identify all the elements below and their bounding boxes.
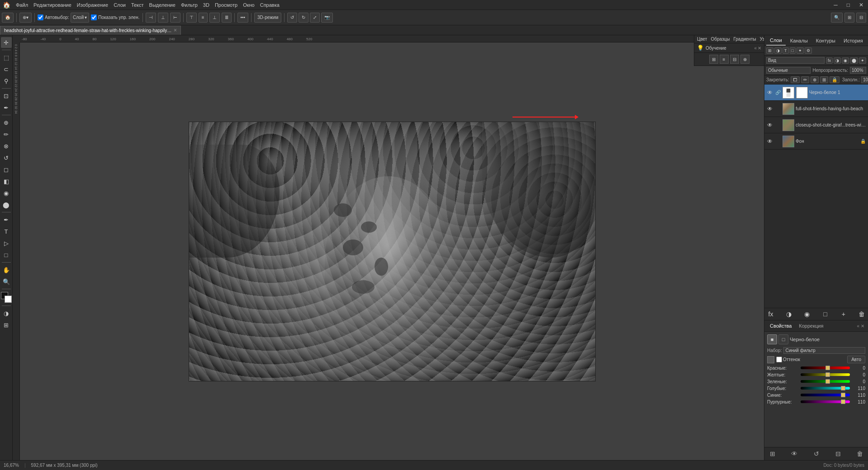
- panel-icon-3[interactable]: ⊟: [730, 55, 739, 64]
- layer-link-beach[interactable]: [775, 106, 781, 112]
- maximize-btn[interactable]: □: [845, 2, 852, 8]
- zoom-tool[interactable]: 🔍: [1, 276, 12, 287]
- clone-tool[interactable]: ⊗: [1, 141, 12, 151]
- mask-mode-btn[interactable]: ◑: [1, 308, 12, 319]
- align-extra-btn[interactable]: ≣: [222, 13, 232, 23]
- blue-slider-thumb[interactable]: [841, 393, 845, 397]
- delete-layer-btn[interactable]: 🗑: [857, 310, 866, 319]
- new-layer-btn[interactable]: +: [839, 310, 848, 319]
- history-brush-tool[interactable]: ↺: [1, 152, 12, 163]
- align-right-btn[interactable]: ⊢: [170, 13, 180, 23]
- arrange-btn[interactable]: ⊟: [856, 13, 866, 23]
- rotate-right-btn[interactable]: ↻: [299, 13, 308, 23]
- layer-filter-adj[interactable]: ◑: [774, 47, 782, 54]
- panel-icon-4[interactable]: ⊕: [740, 55, 749, 64]
- menu-text[interactable]: Текст: [131, 2, 144, 8]
- blur-tool[interactable]: ◉: [1, 188, 12, 198]
- props-visibility-btn[interactable]: 👁: [790, 449, 799, 458]
- red-slider-thumb[interactable]: [825, 366, 830, 370]
- props-reset-btn[interactable]: ↺: [812, 449, 821, 458]
- panel-icon-2[interactable]: ≡: [720, 55, 729, 64]
- layer-filter-shape[interactable]: □: [790, 47, 796, 54]
- eyedropper-tool[interactable]: ✒: [1, 102, 12, 113]
- align-left-btn[interactable]: ⊣: [146, 13, 156, 23]
- pen-tool[interactable]: ✒: [1, 214, 12, 225]
- menu-3d[interactable]: 3D: [203, 2, 209, 8]
- menu-home-icon[interactable]: 🏠: [3, 1, 10, 9]
- text-tool[interactable]: T: [1, 226, 12, 237]
- menu-window[interactable]: Окно: [243, 2, 255, 8]
- tab-history[interactable]: История: [840, 36, 867, 45]
- transform-btn[interactable]: ⤢: [310, 13, 320, 23]
- dodge-tool[interactable]: ⬤: [1, 199, 12, 210]
- new-group-btn[interactable]: □: [821, 310, 830, 319]
- magenta-slider-thumb[interactable]: [841, 400, 845, 404]
- layer-vis-beach[interactable]: 👁: [766, 105, 773, 113]
- lock-artboard[interactable]: ⊞: [820, 76, 828, 83]
- props-delete-btn2[interactable]: ⊟: [834, 449, 843, 458]
- search-btn[interactable]: 🔍: [831, 13, 843, 23]
- quick-select-tool[interactable]: ⚲: [1, 75, 12, 86]
- panel-icon-1[interactable]: ⊞: [709, 55, 718, 64]
- layer-filter-type[interactable]: T: [783, 47, 789, 54]
- screen-mode-btn[interactable]: ⊞: [1, 320, 12, 330]
- hand-tool[interactable]: ✋: [1, 264, 12, 275]
- layer-item-bw[interactable]: 👁 🔗 ⬛⬜ Черно-белое 1: [764, 85, 868, 101]
- color-selector[interactable]: [1, 292, 12, 303]
- active-file-tab[interactable]: headshot-joyful-attractive-redhead-femal…: [0, 26, 181, 35]
- layer-item-beach[interactable]: 👁 full-shot-friends-having-fun-beach: [764, 101, 868, 117]
- align-bottom-btn[interactable]: ⊥: [209, 13, 220, 23]
- menu-filter[interactable]: Фильтр: [181, 2, 198, 8]
- layer-icon-adj2[interactable]: ◉: [842, 57, 849, 64]
- layer-filter-smart[interactable]: ✦: [797, 47, 804, 54]
- minimize-btn[interactable]: ─: [832, 2, 840, 8]
- gradient-tool[interactable]: ◧: [1, 176, 12, 187]
- learn-panel-tab[interactable]: Обучение: [706, 46, 726, 51]
- menu-select[interactable]: Выделение: [149, 2, 175, 8]
- lasso-tool[interactable]: ⊂: [1, 64, 12, 75]
- gradients-panel-tab[interactable]: Градиенты: [733, 37, 756, 42]
- preset-select[interactable]: Синий фильтр: [783, 347, 865, 354]
- lock-position[interactable]: ⊕: [811, 76, 819, 83]
- layer-vis-bw[interactable]: 👁: [766, 89, 773, 96]
- layer-link-giraffe[interactable]: [775, 122, 781, 128]
- opacity-input[interactable]: [850, 67, 866, 74]
- layer-icon-smart2[interactable]: ✦: [859, 57, 866, 64]
- menu-view[interactable]: Просмотр: [215, 2, 237, 8]
- layer-item-giraffe[interactable]: 👁 closeup-shot-cute-giraf...trees-with-g…: [764, 117, 868, 133]
- props-tab-correction[interactable]: Коррекция: [797, 322, 825, 329]
- layer-link-bw[interactable]: 🔗: [775, 89, 781, 96]
- menu-help[interactable]: Справка: [260, 2, 280, 8]
- rotate-left-btn[interactable]: ↺: [287, 13, 297, 23]
- props-close-btn[interactable]: ✕: [861, 324, 864, 329]
- more-options-btn[interactable]: •••: [237, 13, 249, 23]
- auto-select-dropdown[interactable]: Слой ▾: [71, 13, 89, 23]
- layer-vis-bg[interactable]: 👁: [766, 138, 773, 145]
- layer-icon-color[interactable]: ⬤: [850, 57, 858, 64]
- samples-panel-tab[interactable]: Образцы: [711, 37, 730, 42]
- add-mask-btn[interactable]: ◑: [784, 310, 793, 319]
- 3d-mode-btn[interactable]: 3D-режим: [254, 13, 281, 23]
- tint-color-swatch[interactable]: [767, 356, 774, 363]
- layer-vis-giraffe[interactable]: 👁: [766, 122, 773, 129]
- yellow-slider-thumb[interactable]: [825, 372, 830, 377]
- camera-btn[interactable]: 📷: [321, 13, 333, 23]
- layer-filter-art[interactable]: ⚙: [805, 47, 812, 54]
- move-options-btn[interactable]: ⊕▾: [19, 13, 32, 23]
- layer-icon-fx[interactable]: fx: [826, 57, 833, 64]
- brush-tool[interactable]: ✏: [1, 129, 12, 140]
- menu-file[interactable]: Файл: [16, 2, 28, 8]
- lock-all[interactable]: 🔒: [830, 76, 840, 83]
- layer-filter-kind[interactable]: ⊞: [766, 47, 773, 54]
- props-trash-btn[interactable]: 🗑: [855, 449, 864, 458]
- shape-tool[interactable]: □: [1, 249, 12, 260]
- green-slider-thumb[interactable]: [825, 379, 830, 384]
- props-type-normal[interactable]: □: [778, 334, 788, 344]
- eraser-tool[interactable]: ◻: [1, 164, 12, 175]
- menu-layers[interactable]: Слои: [114, 2, 126, 8]
- menu-image[interactable]: Изображение: [77, 2, 108, 8]
- color-panel-tab[interactable]: Цвет: [697, 37, 707, 42]
- patterns-panel-tab[interactable]: Узоры: [760, 37, 764, 42]
- move-tool[interactable]: ✛: [1, 37, 12, 48]
- layer-icon-mask[interactable]: ◑: [834, 57, 841, 64]
